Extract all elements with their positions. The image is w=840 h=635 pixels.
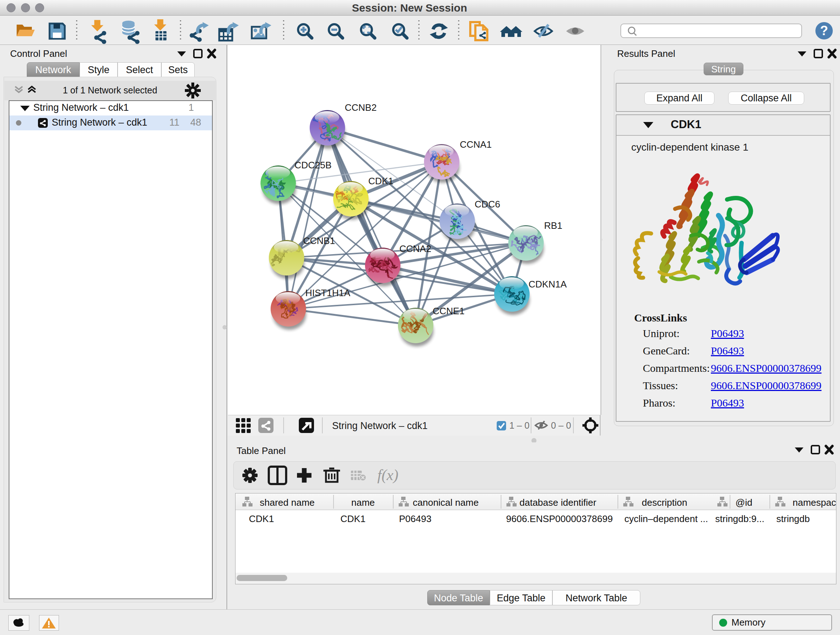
svg-text:CCNA1: CCNA1 xyxy=(460,139,492,150)
svg-text:CCNE1: CCNE1 xyxy=(433,306,464,317)
svg-text:9606.ENSP00000378699: 9606.ENSP00000378699 xyxy=(506,513,613,524)
svg-text:namespac: namespac xyxy=(793,497,836,508)
svg-text:CDK1: CDK1 xyxy=(340,513,365,524)
svg-text:CDK1: CDK1 xyxy=(249,513,274,524)
svg-text:shared name: shared name xyxy=(260,497,315,508)
svg-text:1 – 0: 1 – 0 xyxy=(509,420,530,431)
svg-text:CDC25B: CDC25B xyxy=(294,160,332,171)
svg-text:canonical name: canonical name xyxy=(413,497,478,508)
svg-text:f(x): f(x) xyxy=(377,467,398,484)
svg-text:0 – 0: 0 – 0 xyxy=(551,420,571,431)
svg-text:RB1: RB1 xyxy=(544,220,562,231)
svg-text:String Network – cdk1: String Network – cdk1 xyxy=(332,420,428,431)
svg-text:stringdb:9...: stringdb:9... xyxy=(715,513,764,524)
svg-text:HIST1H1A: HIST1H1A xyxy=(305,287,351,298)
svg-text:P06493: P06493 xyxy=(399,513,431,524)
svg-text:CDK1: CDK1 xyxy=(368,176,393,187)
svg-text:cyclin–dependent ...: cyclin–dependent ... xyxy=(624,513,708,524)
svg-text:name: name xyxy=(351,497,375,508)
svg-text:description: description xyxy=(642,497,687,508)
svg-text:@id: @id xyxy=(736,497,752,508)
svg-text:database identifier: database identifier xyxy=(519,497,597,508)
svg-text:CCNB2: CCNB2 xyxy=(345,102,377,113)
svg-text:CCNB1: CCNB1 xyxy=(303,235,335,246)
svg-text:stringdb: stringdb xyxy=(776,513,810,524)
svg-text:CCNA2: CCNA2 xyxy=(399,243,431,254)
svg-text:CDKN1A: CDKN1A xyxy=(529,279,567,290)
svg-text:?: ? xyxy=(820,23,828,38)
svg-text:CDC6: CDC6 xyxy=(475,199,500,210)
